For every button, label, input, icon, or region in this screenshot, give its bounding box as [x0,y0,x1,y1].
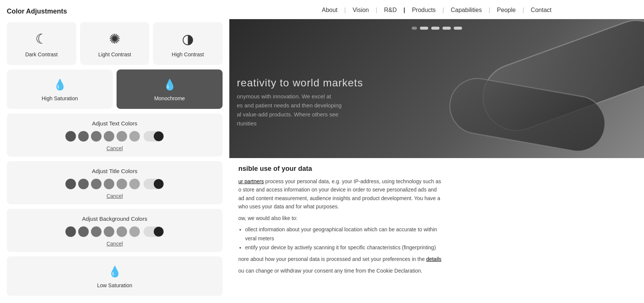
bg-color-cancel[interactable]: Cancel [15,241,214,247]
slide-dot-3[interactable] [431,27,439,30]
title-color-cancel[interactable]: Cancel [15,193,214,199]
text-color-toggle-knob [154,131,164,141]
monochrome-label: Monochrome [154,95,185,101]
adjust-title-colors-section: Adjust Title Colors Cancel [7,161,223,204]
slide-dots [412,27,462,30]
bg-color-row [15,226,214,237]
light-contrast-card[interactable]: ✺ Light Contrast [80,22,150,65]
dark-contrast-card[interactable]: ☾ Dark Contrast [7,22,76,65]
nav-item-vision[interactable]: Vision [346,7,376,14]
nav-item-about[interactable]: About [315,7,344,14]
text-color-cancel[interactable]: Cancel [15,145,214,151]
cookie-heading: nsible use of your data [238,165,635,173]
cookie-more: nore about how your personal data is pro… [238,255,635,263]
cookie-footer: ou can change or withdraw your consent a… [238,267,635,275]
adjust-title-colors-title: Adjust Title Colors [15,168,214,174]
light-contrast-label: Light Contrast [98,51,131,57]
saturation-grid: 💧 High Saturation 💧 Monochrome [7,69,223,109]
monochrome-card[interactable]: 💧 Monochrome [117,69,223,109]
cookie-section: nsible use of your data ur partners proc… [229,158,644,303]
slide-dot-1[interactable] [412,27,417,30]
adjust-text-colors-section: Adjust Text Colors Cancel [7,113,223,157]
high-saturation-label: High Saturation [42,95,78,101]
text-color-dot-5[interactable] [117,131,127,142]
nav-item-people[interactable]: People [490,7,523,14]
contrast-cards-grid: ☾ Dark Contrast ✺ Light Contrast ◑ High … [7,22,223,65]
nav-item-products[interactable]: Products [405,7,442,14]
title-color-toggle[interactable] [144,179,164,189]
text-color-dot-3[interactable] [91,131,102,142]
text-color-row [15,131,214,142]
text-color-toggle[interactable] [144,131,164,142]
text-color-dot-6[interactable] [129,131,140,142]
adjust-text-colors-title: Adjust Text Colors [15,120,214,127]
nav-item-rd[interactable]: R&D [377,7,403,14]
partners-link[interactable]: ur partners [238,178,264,184]
low-saturation-icon: 💧 [108,265,121,278]
low-saturation-card[interactable]: 💧 Low Saturation [7,256,223,296]
slide-dot-5[interactable] [454,27,462,30]
title-color-dot-3[interactable] [91,179,102,189]
cookie-bullets: ollect information about your geographic… [245,225,635,252]
title-color-dot-4[interactable] [104,179,114,189]
slide-dot-2[interactable] [420,27,428,30]
monochrome-icon: 💧 [163,78,176,91]
title-color-dot-6[interactable] [129,179,140,189]
navigation-bar: About | Vision | R&D | Products | Capabi… [229,0,644,19]
dark-contrast-icon: ☾ [35,31,47,47]
details-link[interactable]: details [426,256,441,262]
bg-color-dot-6[interactable] [129,226,140,237]
bg-color-dot-3[interactable] [91,226,102,237]
color-adjustments-panel: Color Adjustments ☾ Dark Contrast ✺ Ligh… [0,0,229,303]
nav-item-capabilities[interactable]: Capabilities [444,7,489,14]
bg-color-dot-2[interactable] [78,226,89,237]
bg-color-toggle[interactable] [144,226,164,237]
high-contrast-label: High Contrast [172,51,204,57]
title-color-dot-2[interactable] [78,179,89,189]
title-color-toggle-knob [154,179,164,189]
title-color-dot-1[interactable] [65,179,76,189]
low-saturation-label: Low Saturation [97,282,132,288]
cookie-also-like: ow, we would also like to: [238,214,635,222]
hero-tagline: reativity to world markets [237,77,363,89]
slide-dot-4[interactable] [442,27,451,30]
title-color-dot-5[interactable] [117,179,127,189]
text-color-dot-1[interactable] [65,131,76,142]
high-contrast-card[interactable]: ◑ High Contrast [153,22,223,65]
nav-item-contact[interactable]: Contact [524,7,558,14]
cookie-bullet-1: ollect information about your geographic… [245,225,635,243]
bg-color-dot-1[interactable] [65,226,76,237]
cookie-intro: ur partners process your personal data, … [238,177,635,211]
light-contrast-icon: ✺ [109,31,120,47]
bg-color-dot-5[interactable] [117,226,127,237]
bg-color-toggle-knob [154,227,164,237]
hero-overlay-text: reativity to world markets onymous with … [229,77,371,128]
bg-color-dot-4[interactable] [104,226,114,237]
cookie-bullet-2: entify your device by actively scanning … [245,243,635,252]
high-saturation-icon: 💧 [53,78,67,91]
hero-section: reativity to world markets onymous with … [229,19,644,158]
dark-contrast-label: Dark Contrast [25,51,58,57]
adjust-background-colors-section: Adjust Background Colors Cancel [7,209,223,252]
right-panel: About | Vision | R&D | Products | Capabi… [229,0,644,303]
hero-body: onymous with innovation. We excel at es … [237,92,363,128]
high-saturation-card[interactable]: 💧 High Saturation [7,69,113,109]
panel-title: Color Adjustments [7,8,223,15]
adjust-background-colors-title: Adjust Background Colors [15,216,214,222]
text-color-dot-4[interactable] [104,131,114,142]
title-color-row [15,179,214,189]
high-contrast-icon: ◑ [182,31,194,47]
text-color-dot-2[interactable] [78,131,89,142]
